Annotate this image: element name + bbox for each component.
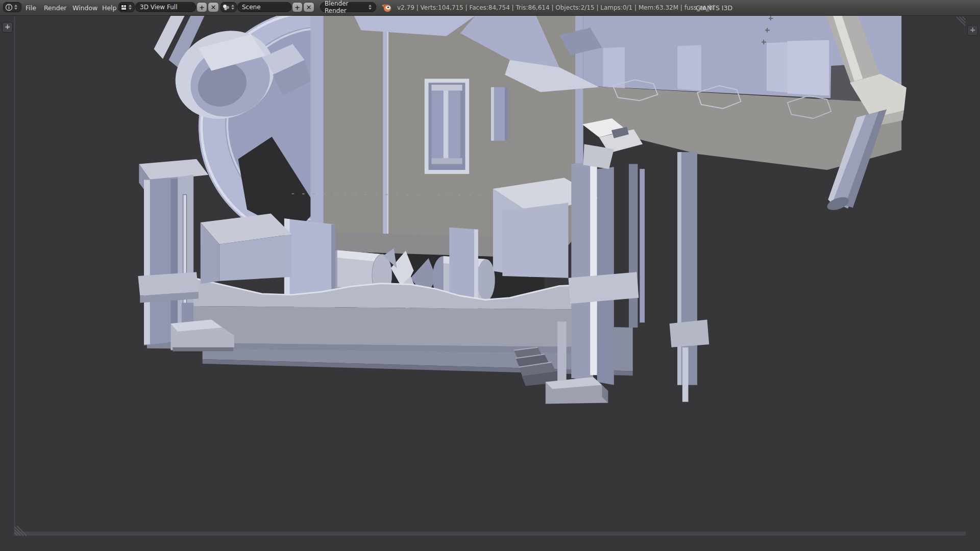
menu-file[interactable]: File <box>22 0 39 15</box>
window-title: GIANTS I3D <box>696 0 732 15</box>
screen-layout-icon <box>120 4 127 11</box>
render-engine-value: Blender Render <box>325 0 367 14</box>
menu-help[interactable]: Help <box>99 0 120 15</box>
screen-layout-selector[interactable] <box>118 2 135 12</box>
scene-name-field[interactable]: Scene <box>237 2 291 12</box>
menu-window[interactable]: Window <box>69 0 101 15</box>
blender-logo <box>381 0 392 15</box>
expand-toolshelf-button[interactable]: + <box>2 22 13 33</box>
3d-viewport[interactable]: + + <box>0 16 980 551</box>
chevron-up-down-icon <box>231 5 234 10</box>
render-engine-dropdown[interactable]: Blender Render <box>320 2 376 12</box>
model-3d-render <box>0 16 980 551</box>
top-header-bar: File Render Window Help 3D View Full + ✕… <box>0 0 980 16</box>
screen-layout-name-field[interactable]: 3D View Full <box>135 2 196 12</box>
menu-render[interactable]: Render <box>41 0 70 15</box>
scene-selector[interactable] <box>220 2 237 12</box>
info-icon <box>5 4 13 11</box>
chevron-up-down-icon <box>14 5 17 10</box>
editor-type-button[interactable] <box>3 2 21 12</box>
screen-layout-name: 3D View Full <box>140 4 178 11</box>
model-left-box <box>201 214 292 284</box>
scene-icon <box>223 4 230 11</box>
delete-scene-button[interactable]: ✕ <box>303 2 314 12</box>
add-screen-layout-button[interactable]: + <box>197 2 207 12</box>
delete-screen-layout-button[interactable]: ✕ <box>208 2 219 12</box>
scene-name: Scene <box>242 4 261 11</box>
chevron-up-down-icon <box>129 5 132 10</box>
expand-properties-button[interactable]: + <box>967 25 978 36</box>
add-scene-button[interactable]: + <box>292 2 303 12</box>
chevron-up-down-icon <box>369 5 372 10</box>
scene-statistics: v2.79 | Verts:104,715 | Faces:84,754 | T… <box>397 0 715 15</box>
